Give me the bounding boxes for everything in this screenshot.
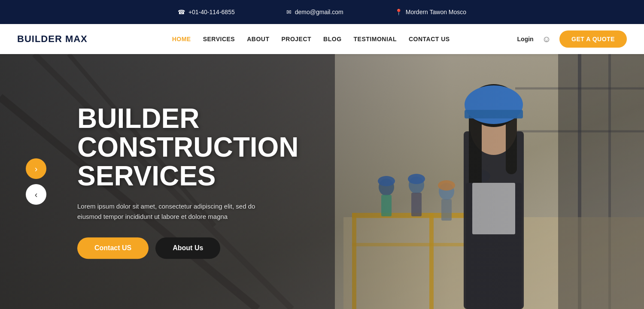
location-info: 📍 Mordern Tawon Mosco	[395, 9, 466, 15]
nav-about[interactable]: ABOUT	[247, 36, 269, 42]
location-text: Mordern Tawon Mosco	[406, 9, 466, 15]
phone-info: ☎ +01-40-114-6855	[178, 9, 235, 15]
location-icon: 📍	[395, 9, 402, 15]
top-bar: ☎ +01-40-114-6855 ✉ demo@gmail.com 📍 Mor…	[0, 0, 644, 24]
contact-us-button[interactable]: Contact US	[77, 237, 149, 259]
email-info: ✉ demo@gmail.com	[286, 9, 343, 15]
user-icon[interactable]: ☺	[542, 34, 551, 44]
navbar: BUILDER MAX HOME SERVICES ABOUT PROJECT …	[0, 24, 644, 54]
about-us-button[interactable]: About Us	[155, 237, 220, 259]
phone-number: +01-40-114-6855	[188, 9, 235, 15]
hero-title: BUILDER CONSTRUCTION SERVICES	[77, 104, 299, 191]
carousel-prev-button[interactable]: ‹	[26, 184, 46, 205]
nav-blog[interactable]: BLOG	[323, 36, 341, 42]
carousel-arrows: › ‹	[26, 158, 46, 205]
email-address: demo@gmail.com	[295, 9, 343, 15]
nav-testimonial[interactable]: TESTIMONIAL	[354, 36, 397, 42]
site-logo[interactable]: BUILDER MAX	[17, 33, 88, 45]
nav-project[interactable]: PROJECT	[281, 36, 311, 42]
carousel-next-button[interactable]: ›	[26, 158, 46, 179]
get-quote-button[interactable]: GET A QUOTE	[559, 30, 627, 48]
hero-buttons: Contact US About Us	[77, 237, 299, 259]
nav-services[interactable]: SERVICES	[203, 36, 235, 42]
phone-icon: ☎	[178, 9, 185, 15]
hero-subtitle: Lorem ipsum dolor sit amet, consectetur …	[77, 201, 275, 222]
hero-section: › ‹ BUILDER CONSTRUCTION SERVICES Lorem …	[0, 54, 644, 309]
email-icon: ✉	[286, 9, 292, 15]
nav-right: Login ☺ GET A QUOTE	[517, 30, 627, 48]
hero-content: BUILDER CONSTRUCTION SERVICES Lorem ipsu…	[77, 104, 299, 259]
login-link[interactable]: Login	[517, 36, 534, 42]
nav-links: HOME SERVICES ABOUT PROJECT BLOG TESTIMO…	[105, 36, 517, 42]
nav-contact[interactable]: CONTACT US	[409, 36, 450, 42]
nav-home[interactable]: HOME	[172, 36, 191, 42]
